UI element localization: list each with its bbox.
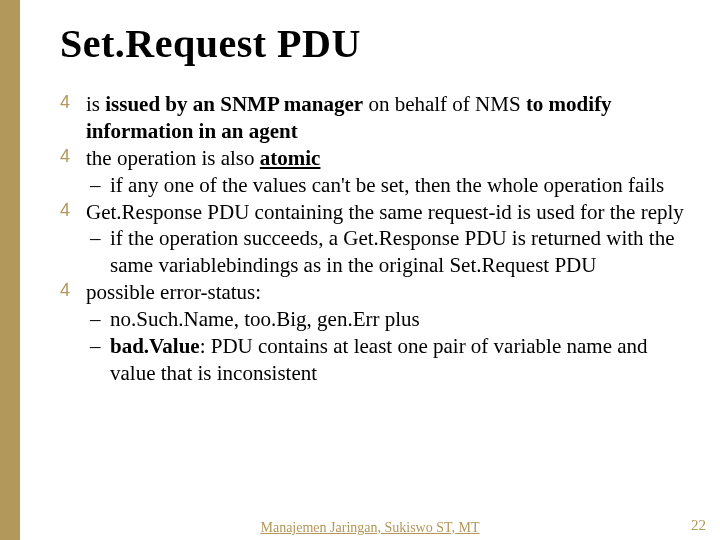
slide-title: Set.Request PDU [60, 20, 690, 67]
bullet-text: on behalf of NMS [363, 92, 526, 116]
sub-item: bad.Value: PDU contains at least one pai… [86, 333, 690, 387]
bullet-text: possible error-status: [86, 280, 261, 304]
sub-item: if the operation succeeds, a Get.Respons… [86, 225, 690, 279]
bullet-text: is [86, 92, 105, 116]
sub-list: no.Such.Name, too.Big, gen.Err plus bad.… [86, 306, 690, 387]
sub-text-bold: bad.Value [110, 334, 200, 358]
sub-list: if any one of the values can't be set, t… [86, 172, 690, 199]
slide-footer: Manajemen Jaringan, Sukiswo ST, MT [20, 520, 720, 536]
bullet-item: possible error-status: no.Such.Name, too… [60, 279, 690, 387]
bullet-text-bold-underline: atomic [260, 146, 321, 170]
sub-item: if any one of the values can't be set, t… [86, 172, 690, 199]
sub-text: no.Such.Name, too.Big, gen.Err plus [110, 307, 420, 331]
bullet-text: Get.Response PDU containing the same req… [86, 200, 684, 224]
sub-list: if the operation succeeds, a Get.Respons… [86, 225, 690, 279]
bullet-item: the operation is also atomic if any one … [60, 145, 690, 199]
bullet-list: is issued by an SNMP manager on behalf o… [60, 91, 690, 387]
bullet-text: the operation is also [86, 146, 260, 170]
bullet-item: Get.Response PDU containing the same req… [60, 199, 690, 280]
bullet-text-bold: issued by an SNMP manager [105, 92, 363, 116]
sub-text: if any one of the values can't be set, t… [110, 173, 664, 197]
page-number: 22 [691, 517, 706, 534]
sub-text: if the operation succeeds, a Get.Respons… [110, 226, 675, 277]
sub-item: no.Such.Name, too.Big, gen.Err plus [86, 306, 690, 333]
bullet-item: is issued by an SNMP manager on behalf o… [60, 91, 690, 145]
slide: Set.Request PDU is issued by an SNMP man… [0, 0, 720, 540]
